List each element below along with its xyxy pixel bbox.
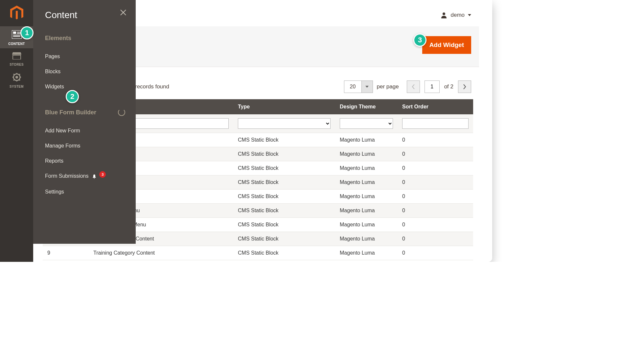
add-widget-button[interactable]: Add Widget <box>422 36 471 54</box>
per-page-label: per page <box>377 83 399 90</box>
account-username: demo <box>450 12 465 18</box>
pager-prev-button[interactable] <box>407 80 420 93</box>
col-header-sort[interactable]: Sort Order <box>398 99 473 114</box>
cell-type: CMS Static Block <box>233 147 335 161</box>
records-found-text: records found <box>135 83 169 90</box>
cell-theme: Magento Luma <box>335 147 398 161</box>
cell-type: CMS Static Block <box>233 133 335 147</box>
flyout-link-add-new-form[interactable]: Add New Form <box>45 123 125 138</box>
close-icon <box>120 9 126 16</box>
step-marker-3: 3 <box>413 34 426 47</box>
content-icon <box>12 30 22 39</box>
cell-id: 9 <box>43 246 89 260</box>
nav-item-system[interactable]: SYSTEM <box>0 69 33 91</box>
cell-type: CMS Static Block <box>233 218 335 232</box>
chevron-down-icon <box>468 14 471 16</box>
per-page-value: 20 <box>344 81 361 93</box>
nav-label-stores: STORES <box>0 63 33 66</box>
per-page-control: 20 per page <box>344 80 399 93</box>
svg-line-16 <box>13 80 14 80</box>
cell-widget: Training Category Content <box>89 246 233 260</box>
cell-type: CMS Static Block <box>233 246 335 260</box>
user-icon <box>441 12 447 18</box>
flyout-link-settings[interactable]: Settings <box>45 184 125 199</box>
loading-spinner-icon <box>118 109 125 116</box>
cell-theme: Magento Luma <box>335 161 398 175</box>
form-submissions-badge: 3 <box>99 171 106 178</box>
col-header-type[interactable]: Type <box>233 99 335 114</box>
svg-rect-1 <box>13 32 16 34</box>
nav-item-stores[interactable]: STORES <box>0 48 33 69</box>
svg-point-8 <box>15 76 18 79</box>
cell-type: CMS Static Block <box>233 175 335 190</box>
app-viewport: CONTENT 3 STORES <box>0 0 492 262</box>
pager-of-label: of 2 <box>444 83 453 90</box>
cell-type: CMS Static Block <box>233 232 335 246</box>
svg-line-14 <box>19 80 20 80</box>
account-menu[interactable]: demo <box>441 12 471 18</box>
nav-label-system: SYSTEM <box>0 85 33 88</box>
stores-icon <box>12 52 21 59</box>
content-flyout: Content Elements Pages Blocks Widgets Bl… <box>33 0 136 244</box>
flyout-link-reports[interactable]: Reports <box>45 153 125 169</box>
cell-theme: Magento Luma <box>335 133 398 147</box>
cell-sort: 0 <box>398 232 473 246</box>
chevron-right-icon <box>463 84 466 89</box>
cell-theme: Magento Luma <box>335 232 398 246</box>
nav-label-content: CONTENT <box>0 42 33 46</box>
flyout-close-button[interactable] <box>120 9 126 17</box>
svg-rect-6 <box>13 55 21 59</box>
filter-theme-select[interactable] <box>340 118 393 129</box>
cell-sort: 0 <box>398 204 473 218</box>
cell-theme: Magento Luma <box>335 204 398 218</box>
magento-logo-icon <box>10 6 23 21</box>
logo-cell[interactable] <box>0 0 33 26</box>
flyout-link-widgets[interactable]: Widgets <box>45 79 125 94</box>
pager-next-button[interactable] <box>458 80 471 93</box>
flyout-link-manage-forms[interactable]: Manage Forms <box>45 138 125 153</box>
cell-sort: 0 <box>398 218 473 232</box>
pager: of 2 <box>407 80 471 93</box>
step-marker-1: 1 <box>20 26 34 39</box>
step-marker-2: 2 <box>66 90 79 103</box>
table-row[interactable]: 9Training Category ContentCMS Static Blo… <box>43 246 473 260</box>
flyout-section-bfb: Blue Form Builder Add New Form Manage Fo… <box>45 109 125 199</box>
flyout-link-form-submissions[interactable]: Form Submissions 3 <box>45 169 125 184</box>
svg-line-15 <box>19 74 20 75</box>
svg-rect-0 <box>12 30 22 39</box>
flyout-link-blocks[interactable]: Blocks <box>45 64 125 79</box>
flyout-heading-bfb-text: Blue Form Builder <box>45 109 96 116</box>
bell-icon <box>92 174 97 179</box>
chevron-down-icon <box>361 81 373 93</box>
filter-type-select[interactable] <box>238 118 331 129</box>
cell-sort: 0 <box>398 190 473 204</box>
per-page-select[interactable]: 20 <box>344 80 373 93</box>
cell-type: CMS Static Block <box>233 190 335 204</box>
cell-sort: 0 <box>398 246 473 260</box>
cell-theme: Magento Luma <box>335 218 398 232</box>
cell-sort: 0 <box>398 147 473 161</box>
flyout-link-pages[interactable]: Pages <box>45 49 125 64</box>
flyout-title: Content <box>45 10 125 20</box>
flyout-heading-bfb: Blue Form Builder <box>45 109 125 116</box>
cell-theme: Magento Luma <box>335 190 398 204</box>
cell-theme: Magento Luma <box>335 175 398 190</box>
cell-theme: Magento Luma <box>335 246 398 260</box>
cell-type: CMS Static Block <box>233 204 335 218</box>
svg-point-19 <box>443 12 445 15</box>
pager-current-input[interactable] <box>425 80 440 93</box>
cell-type: CMS Static Block <box>233 161 335 175</box>
filter-sort-input[interactable] <box>402 118 469 129</box>
svg-line-13 <box>13 74 14 75</box>
cell-sort: 0 <box>398 175 473 190</box>
chevron-left-icon <box>412 84 415 89</box>
flyout-section-elements: Elements Pages Blocks Widgets <box>45 35 125 94</box>
cell-sort: 0 <box>398 133 473 147</box>
system-gear-icon <box>12 73 21 81</box>
flyout-heading-elements: Elements <box>45 35 125 42</box>
flyout-link-form-submissions-label: Form Submissions <box>45 173 88 179</box>
cell-sort: 0 <box>398 161 473 175</box>
col-header-theme[interactable]: Design Theme <box>335 99 398 114</box>
